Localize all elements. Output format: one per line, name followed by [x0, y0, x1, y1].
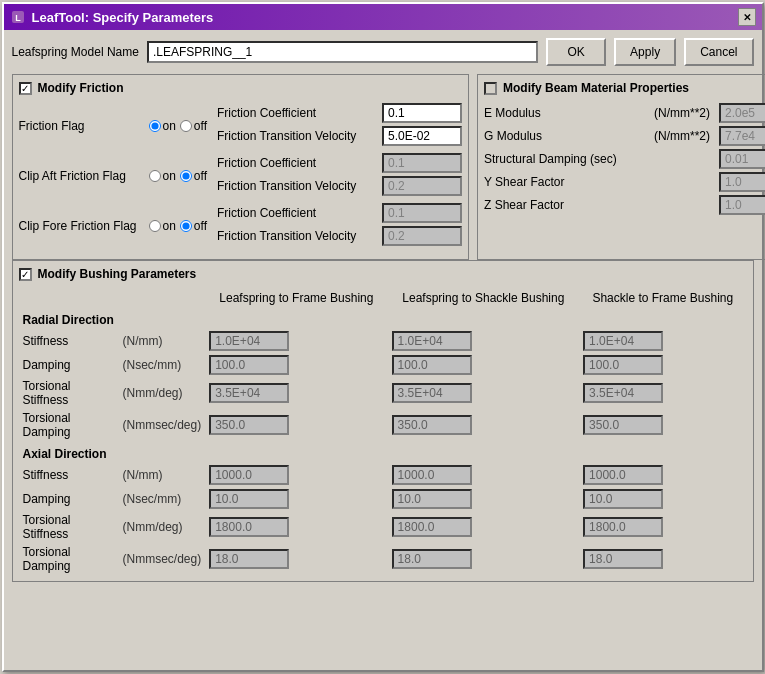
- tors-damp-r-v1: [209, 415, 289, 435]
- stiffness-r-v1: [209, 331, 289, 351]
- damping-a-v3: [583, 489, 663, 509]
- stiffness-a-v2: [392, 465, 472, 485]
- bushing-table: Leafspring to Frame Bushing Leafspring t…: [19, 289, 747, 575]
- friction-flag-off-item: off: [180, 119, 207, 133]
- stiffness-a-v3: [583, 465, 663, 485]
- coeff-input[interactable]: [382, 103, 462, 123]
- row-damping-r-unit: (Nsec/mm): [119, 353, 206, 377]
- model-name-input[interactable]: [147, 41, 538, 63]
- clip-aft-coeff-input: [382, 153, 462, 173]
- clip-aft-coeff-label: Friction Coefficient: [217, 156, 382, 170]
- clip-fore-coeff-input: [382, 203, 462, 223]
- clip-aft-on-label: on: [163, 169, 176, 183]
- table-row: Stiffness (N/mm): [19, 329, 747, 353]
- row-tors-damp-r-unit: (Nmmsec/deg): [119, 409, 206, 441]
- y-shear-row: Y Shear Factor: [484, 172, 765, 192]
- tors-stiff-r-v2: [392, 383, 472, 403]
- friction-flag-off-radio[interactable]: [180, 120, 192, 132]
- row-damping-a-unit: (Nsec/mm): [119, 487, 206, 511]
- clip-fore-off-label: off: [194, 219, 207, 233]
- row-tors-stiff-a-unit: (Nmm/deg): [119, 511, 206, 543]
- title-bar-left: L LeafTool: Specify Parameters: [10, 9, 214, 25]
- trans-vel-input[interactable]: [382, 126, 462, 146]
- table-row: Torsional Stiffness (Nmm/deg): [19, 511, 747, 543]
- clip-fore-off-item: off: [180, 219, 207, 233]
- tors-damp-a-v3: [583, 549, 663, 569]
- dialog: L LeafTool: Specify Parameters ✕ Leafspr…: [2, 2, 764, 672]
- beam-material-fields: E Modulus (N/mm**2) G Modulus (N/mm**2) …: [484, 103, 765, 215]
- row-damping-a-label: Damping: [19, 487, 119, 511]
- clip-aft-on-radio[interactable]: [149, 170, 161, 182]
- modify-friction-checkbox[interactable]: [19, 82, 32, 95]
- col-empty-2: [119, 289, 206, 307]
- clip-fore-off-radio[interactable]: [180, 220, 192, 232]
- struct-damp-label: Structural Damping (sec): [484, 152, 654, 166]
- dialog-title: LeafTool: Specify Parameters: [32, 10, 214, 25]
- coeff-label: Friction Coefficient: [217, 106, 382, 120]
- close-button[interactable]: ✕: [738, 8, 756, 26]
- clip-fore-fields: Friction Coefficient Friction Transition…: [217, 203, 462, 249]
- friction-header: Modify Friction: [19, 81, 462, 95]
- beam-section: Modify Beam Material Properties E Modulu…: [477, 74, 765, 260]
- friction-flag-on-radio[interactable]: [149, 120, 161, 132]
- clip-fore-vel-input: [382, 226, 462, 246]
- table-row: Stiffness (N/mm): [19, 463, 747, 487]
- title-bar: L LeafTool: Specify Parameters ✕: [4, 4, 762, 30]
- e-modulus-label: E Modulus: [484, 106, 654, 120]
- friction-flag-label: Friction Flag: [19, 119, 149, 133]
- g-modulus-unit: (N/mm**2): [654, 129, 719, 143]
- clip-fore-on-radio[interactable]: [149, 220, 161, 232]
- damping-a-v2: [392, 489, 472, 509]
- friction-flag-off-label: off: [194, 119, 207, 133]
- g-modulus-label: G Modulus: [484, 129, 654, 143]
- row-stiffness-a-label: Stiffness: [19, 463, 119, 487]
- bushing-title: Modify Bushing Parameters: [38, 267, 197, 281]
- modify-bushing-checkbox[interactable]: [19, 268, 32, 281]
- damping-r-v2: [392, 355, 472, 375]
- z-shear-label: Z Shear Factor: [484, 198, 654, 212]
- apply-button[interactable]: Apply: [614, 38, 676, 66]
- row-tors-damp-r-label: Torsional Damping: [19, 409, 119, 441]
- cancel-button[interactable]: Cancel: [684, 38, 753, 66]
- clip-fore-on-label: on: [163, 219, 176, 233]
- y-shear-label: Y Shear Factor: [484, 175, 654, 189]
- row-stiffness-r-label: Stiffness: [19, 329, 119, 353]
- clip-fore-vel-label: Friction Transition Velocity: [217, 229, 382, 243]
- row-stiffness-a-unit: (N/mm): [119, 463, 206, 487]
- z-shear-row: Z Shear Factor: [484, 195, 765, 215]
- clip-aft-vel-row: Friction Transition Velocity: [217, 176, 462, 196]
- row-tors-damp-a-label: Torsional Damping: [19, 543, 119, 575]
- bushing-header: Modify Bushing Parameters: [19, 267, 747, 281]
- friction-fields: Friction Coefficient Friction Transition…: [217, 103, 462, 149]
- table-row: Damping (Nsec/mm): [19, 487, 747, 511]
- g-modulus-row: G Modulus (N/mm**2): [484, 126, 765, 146]
- table-row: Torsional Damping (Nmmsec/deg): [19, 409, 747, 441]
- tors-damp-a-v2: [392, 549, 472, 569]
- friction-flag-radio-group: on off: [149, 119, 207, 133]
- row-stiffness-r-unit: (N/mm): [119, 329, 206, 353]
- clip-fore-row: Clip Fore Friction Flag on off: [19, 203, 462, 249]
- table-row: Torsional Damping (Nmmsec/deg): [19, 543, 747, 575]
- table-row: Torsional Stiffness (Nmm/deg): [19, 377, 747, 409]
- svg-text:L: L: [15, 13, 21, 23]
- modify-beam-checkbox[interactable]: [484, 82, 497, 95]
- row-tors-stiff-a-label: Torsional Stiffness: [19, 511, 119, 543]
- ok-button[interactable]: OK: [546, 38, 606, 66]
- struct-damp-input: [719, 149, 765, 169]
- friction-title: Modify Friction: [38, 81, 124, 95]
- clip-fore-vel-row: Friction Transition Velocity: [217, 226, 462, 246]
- clip-aft-off-radio[interactable]: [180, 170, 192, 182]
- clip-fore-radio-group: on off: [149, 219, 207, 233]
- tors-stiff-r-v3: [583, 383, 663, 403]
- e-modulus-row: E Modulus (N/mm**2): [484, 103, 765, 123]
- clip-fore-on-item: on: [149, 219, 176, 233]
- e-modulus-unit: (N/mm**2): [654, 106, 719, 120]
- damping-r-v3: [583, 355, 663, 375]
- friction-section: Modify Friction Friction Flag on off: [12, 74, 469, 260]
- e-modulus-input: [719, 103, 765, 123]
- clip-aft-off-item: off: [180, 169, 207, 183]
- clip-aft-vel-label: Friction Transition Velocity: [217, 179, 382, 193]
- row-damping-r-label: Damping: [19, 353, 119, 377]
- bushing-col1: Leafspring to Frame Bushing: [205, 289, 387, 307]
- content: Leafspring Model Name OK Apply Cancel Mo…: [4, 30, 762, 598]
